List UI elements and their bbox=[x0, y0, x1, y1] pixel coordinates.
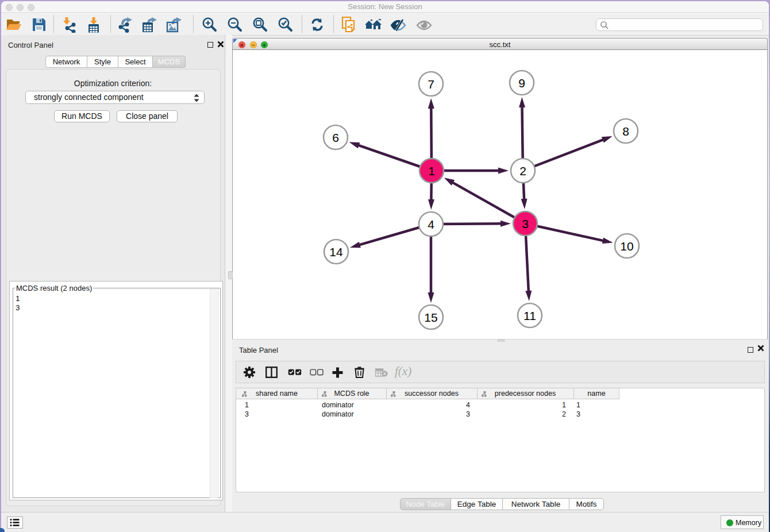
svg-text:15: 15 bbox=[424, 311, 437, 324]
svg-text:6: 6 bbox=[332, 131, 339, 144]
svg-text:8: 8 bbox=[622, 125, 629, 138]
svg-text:14: 14 bbox=[329, 245, 343, 259]
svg-text:3: 3 bbox=[522, 217, 529, 230]
svg-text:9: 9 bbox=[518, 76, 525, 90]
svg-text:4: 4 bbox=[428, 218, 434, 231]
svg-text:11: 11 bbox=[523, 309, 536, 322]
svg-text:1: 1 bbox=[428, 164, 435, 178]
svg-text:7: 7 bbox=[428, 78, 434, 91]
svg-text:2: 2 bbox=[519, 164, 526, 178]
svg-text:10: 10 bbox=[620, 240, 633, 253]
